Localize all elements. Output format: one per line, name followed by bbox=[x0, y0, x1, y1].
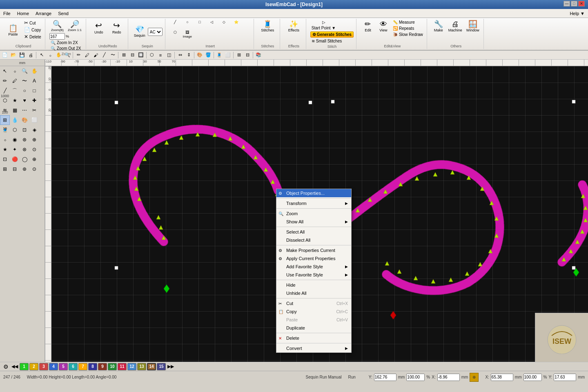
tool-misc4[interactable]: ◉ bbox=[10, 135, 20, 145]
maximize-btn[interactable]: □ bbox=[571, 1, 577, 7]
window-btn[interactable]: 🪟 Window bbox=[465, 20, 481, 33]
tool-pen[interactable]: 🖊 bbox=[10, 76, 20, 86]
tb-snap[interactable]: 🔲 bbox=[137, 51, 145, 59]
tool-eyedropper[interactable]: 💧 bbox=[10, 115, 20, 125]
tool-misc3[interactable]: ⬦ bbox=[0, 135, 10, 145]
tool-zoom[interactable]: 🔍 bbox=[20, 66, 29, 76]
tool-heart[interactable]: ♥ bbox=[20, 96, 29, 105]
tb-ungroup[interactable]: ⊟ bbox=[243, 51, 252, 59]
tb-brush[interactable]: 🖌 bbox=[91, 51, 100, 59]
machine-btn[interactable]: 🖨 Machine bbox=[447, 20, 464, 33]
make-btn[interactable]: 🔧 Make bbox=[431, 20, 446, 33]
sequin-select[interactable]: AC bbox=[148, 28, 163, 36]
tb-line[interactable]: ╱ bbox=[100, 51, 108, 59]
zoom-input[interactable] bbox=[49, 33, 65, 40]
menu-arrange[interactable]: Arrange bbox=[32, 9, 55, 18]
y-coord-input[interactable] bbox=[374, 374, 396, 381]
generate-stitches-btn[interactable]: ⚙ Generate Stitches bbox=[310, 31, 354, 38]
y-pct-input[interactable] bbox=[406, 374, 425, 381]
tool-misc8[interactable]: ✦ bbox=[10, 145, 20, 154]
tb-curve[interactable]: 〜 bbox=[109, 51, 117, 59]
tb-pencil[interactable]: ✏ bbox=[74, 51, 82, 59]
tool-text[interactable]: A bbox=[29, 76, 39, 86]
ctx-show-all[interactable]: Show All ▶ bbox=[276, 218, 351, 226]
menu-send[interactable]: Send bbox=[55, 9, 72, 18]
titlebar-controls[interactable]: — □ ✕ bbox=[564, 1, 585, 7]
ctx-delete[interactable]: ✕ Delete bbox=[276, 334, 351, 342]
insert-shape1[interactable]: ╱ bbox=[169, 20, 181, 24]
insert-image-btn[interactable]: 🖼 Image bbox=[182, 30, 193, 39]
insert-shape2[interactable]: ○ bbox=[182, 20, 193, 24]
tool-misc12[interactable]: 🔴 bbox=[10, 154, 20, 164]
tool-color-picker[interactable]: 🎨 bbox=[20, 115, 29, 125]
color-btn-14[interactable]: 14 bbox=[147, 363, 156, 370]
ctx-use-favorite[interactable]: Use Favorite Style ▶ bbox=[276, 271, 351, 279]
color-btn-2[interactable]: 2 bbox=[29, 363, 38, 370]
tb-color[interactable]: 🎨 bbox=[196, 51, 204, 59]
tb-node[interactable]: ⬦ bbox=[46, 51, 54, 59]
color-btn-3[interactable]: 3 bbox=[39, 363, 48, 370]
color-settings-btn[interactable]: ⚙ bbox=[2, 363, 10, 371]
ctx-cut[interactable]: ✂ Cut Ctrl+X bbox=[276, 299, 351, 307]
insert-shape6[interactable]: ⭐ bbox=[231, 20, 242, 24]
color-btn-7[interactable]: 7 bbox=[78, 363, 87, 370]
delete-btn[interactable]: ✕ Delete bbox=[23, 33, 42, 40]
effects-btn[interactable]: ✨ Effects bbox=[286, 20, 301, 33]
tb-save[interactable]: 💾 bbox=[18, 51, 26, 59]
color-btn-6[interactable]: 6 bbox=[69, 363, 78, 370]
measure-btn[interactable]: 📏 Measure bbox=[392, 20, 424, 25]
insert-shape3[interactable]: □ bbox=[194, 20, 205, 24]
slow-redraw-btn[interactable]: 🐌 Slow Redraw bbox=[392, 32, 424, 37]
tool-shape1[interactable]: ○ bbox=[20, 86, 29, 96]
tb-group[interactable]: ⊞ bbox=[235, 51, 243, 59]
ctx-unhide-all[interactable]: Unhide All bbox=[276, 289, 351, 297]
tb-flip-v[interactable]: ⇕ bbox=[185, 51, 193, 59]
tool-misc16[interactable]: ⊟ bbox=[10, 164, 20, 174]
tool-eraser[interactable]: ⬜ bbox=[29, 115, 39, 125]
nav-prev-btn[interactable]: ◀◀ bbox=[11, 363, 19, 371]
tool-active[interactable]: ⊞ bbox=[0, 115, 10, 125]
menu-help[interactable]: Help ▼ bbox=[566, 9, 588, 18]
tool-misc14[interactable]: ⊕ bbox=[29, 154, 39, 164]
tb-align-right[interactable]: ◫ bbox=[165, 51, 173, 59]
ctx-make-properties[interactable]: ⚙ Make Properties Current bbox=[276, 246, 351, 254]
color-btn-8[interactable]: 8 bbox=[88, 363, 97, 370]
tool-misc11[interactable]: ⊡ bbox=[0, 154, 10, 164]
tool-misc5[interactable]: ⊛ bbox=[20, 135, 29, 145]
ctx-select-all[interactable]: Select All bbox=[276, 228, 351, 236]
insert-shape5[interactable]: ◇ bbox=[218, 20, 230, 24]
x-coord-input[interactable] bbox=[437, 374, 460, 381]
close-btn[interactable]: ✕ bbox=[578, 1, 585, 7]
color-btn-4[interactable]: 4 bbox=[49, 363, 58, 370]
tool-pointer[interactable]: ↖ bbox=[0, 66, 10, 76]
start-point-btn[interactable]: ▷ Start Point ▼ bbox=[310, 20, 337, 31]
zoom-11-btn[interactable]: 🔎 Zoom 1:1 bbox=[66, 20, 83, 33]
stitches-btn[interactable]: 🧵 Stitches bbox=[259, 20, 276, 33]
tool-freehand[interactable]: 〜 bbox=[20, 76, 29, 86]
ctx-transform[interactable]: Transform ▶ bbox=[276, 199, 351, 207]
tool-pencil[interactable]: ✏ bbox=[0, 76, 10, 86]
zoom-b-btn[interactable]: 🔍 Zoom(B) bbox=[49, 20, 65, 33]
tb-print[interactable]: 🖨 bbox=[27, 51, 35, 59]
x2-coord-input[interactable] bbox=[491, 374, 513, 381]
tb-outline[interactable]: ⬜ bbox=[224, 51, 232, 59]
tool-misc18[interactable]: ⊙ bbox=[29, 164, 39, 174]
tb-grid[interactable]: ⊞ bbox=[120, 51, 128, 59]
ctx-zoom[interactable]: 🔍 Zoom bbox=[276, 209, 351, 218]
tb-open[interactable]: 📂 bbox=[9, 51, 18, 59]
color-btn-10[interactable]: 10 bbox=[108, 363, 117, 370]
menu-home[interactable]: Home bbox=[14, 9, 32, 18]
cut-btn[interactable]: ✂ Cut bbox=[23, 20, 42, 26]
tool-pan[interactable]: ✋ bbox=[29, 66, 39, 76]
color-btn-12[interactable]: 12 bbox=[127, 363, 136, 370]
insert-shape4[interactable]: ◁ bbox=[206, 20, 218, 24]
ctx-apply-properties[interactable]: ⚙ Apply Current Properties bbox=[276, 254, 351, 263]
y2-coord-input[interactable] bbox=[554, 374, 576, 381]
x2-pct-input[interactable] bbox=[523, 374, 542, 381]
ctx-disselect-all[interactable]: Disselect All bbox=[276, 236, 351, 244]
tool-misc15[interactable]: ⊞ bbox=[0, 164, 10, 174]
color-btn-15[interactable]: 15 bbox=[157, 363, 166, 370]
tool-cut[interactable]: ✂ bbox=[29, 105, 39, 115]
ctx-duplicate[interactable]: Duplicate bbox=[276, 324, 351, 332]
color-btn-11[interactable]: 11 bbox=[118, 363, 127, 370]
